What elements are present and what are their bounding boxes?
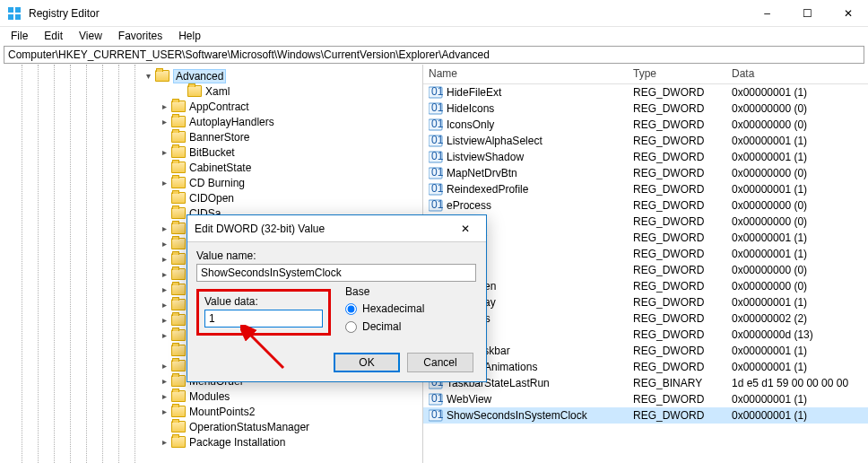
table-row[interactable]: 011MapNetDrvBtnREG_DWORD0x00000000 (0) <box>423 165 868 181</box>
window-title: Registry Editor <box>29 7 747 20</box>
menu-edit[interactable]: Edit <box>37 28 70 44</box>
table-row[interactable]: 011WebViewREG_DWORD0x00000001 (1) <box>423 391 868 407</box>
tree-item[interactable]: BannerStore <box>0 129 422 144</box>
value-data: 0x00000001 (1) <box>726 183 868 196</box>
table-row[interactable]: 011TaskbarAnimationsREG_DWORD0x00000001 … <box>423 359 868 375</box>
tree-item-label: Package Installation <box>189 436 285 449</box>
table-row[interactable]: 011psOnTaskbarREG_DWORD0x00000001 (1) <box>423 343 868 359</box>
folder-icon <box>171 390 186 402</box>
expander-icon[interactable]: ▸ <box>159 330 169 341</box>
table-row[interactable]: 011ListviewShadowREG_DWORD0x00000001 (1) <box>423 149 868 165</box>
menu-file[interactable]: File <box>4 28 35 44</box>
tree-item[interactable]: ▸AutoplayHandlers <box>0 114 422 129</box>
tree-item-label: AppContract <box>189 100 249 113</box>
tree-item[interactable]: ▸MountPoints2 <box>0 404 422 419</box>
base-dec-radio[interactable]: Decimal <box>345 318 424 336</box>
table-row[interactable]: 011atusBarREG_DWORD0x00000000 (0) <box>423 262 868 278</box>
menu-view[interactable]: View <box>72 28 109 44</box>
expander-icon[interactable]: ▸ <box>159 361 169 371</box>
expander-icon[interactable]: ▸ <box>159 178 169 188</box>
expander-icon[interactable]: ▸ <box>159 269 169 280</box>
list-pane[interactable]: Name Type Data 011HideFileExtREG_DWORD0x… <box>423 65 868 463</box>
col-type[interactable]: Type <box>628 65 726 83</box>
table-row[interactable]: 011TaskbarStateLastRunREG_BINARY1d e5 d1… <box>423 375 868 391</box>
minimize-button[interactable]: – <box>747 0 787 27</box>
expander-icon[interactable]: ▸ <box>159 315 169 326</box>
expander-icon[interactable]: ▸ <box>159 254 169 265</box>
expander-icon[interactable]: ▸ <box>159 391 169 402</box>
table-row[interactable]: 011nuInitREG_DWORD0x0000000d (13) <box>423 327 868 343</box>
tree-item-advanced[interactable]: Advanced <box>173 69 226 83</box>
value-data: 0x00000000 (0) <box>726 118 868 131</box>
table-row[interactable]: 011IconsOnlyREG_DWORD0x00000000 (0) <box>423 117 868 133</box>
folder-icon <box>171 299 186 310</box>
menu-help[interactable]: Help <box>171 28 208 44</box>
svg-text:011: 011 <box>431 199 443 211</box>
table-row[interactable]: 011oTipREG_DWORD0x00000001 (1) <box>423 246 868 262</box>
expander-icon[interactable]: ▸ <box>159 223 169 234</box>
regvalue-icon: 011 <box>429 102 443 115</box>
tree-item-label: OperationStatusManager <box>189 421 309 433</box>
tree-item[interactable]: OperationStatusManager <box>0 419 422 434</box>
maximize-button[interactable]: ☐ <box>787 0 828 27</box>
folder-icon <box>171 116 186 127</box>
table-row[interactable]: 011eProcessREG_DWORD0x00000000 (0) <box>423 197 868 214</box>
expander-icon[interactable]: ▸ <box>159 300 169 310</box>
address-bar[interactable]: Computer\HKEY_CURRENT_USER\Software\Micr… <box>4 46 864 64</box>
col-data[interactable]: Data <box>726 65 868 83</box>
expander-icon[interactable]: ▸ <box>159 437 169 448</box>
value-type: REG_DWORD <box>628 328 726 341</box>
expander-icon[interactable]: ▸ <box>159 376 169 387</box>
tree-item-label: Xaml <box>205 85 230 98</box>
dialog-titlebar[interactable]: Edit DWORD (32-bit) Value ✕ <box>187 215 486 242</box>
cancel-button[interactable]: Cancel <box>407 353 473 372</box>
tree-item[interactable]: CIDOpen <box>0 190 422 205</box>
table-row[interactable]: 011perHiddenREG_DWORD0x00000000 (0) <box>423 278 868 294</box>
table-row[interactable]: 011peOverlayREG_DWORD0x00000001 (1) <box>423 294 868 310</box>
table-row[interactable]: 011dminUIREG_DWORD0x00000000 (0) <box>423 214 868 230</box>
expander-icon[interactable]: ▸ <box>159 239 169 249</box>
tree-item-label: CD Burning <box>189 177 245 189</box>
table-row[interactable]: 011mpColorREG_DWORD0x00000001 (1) <box>423 230 868 246</box>
tree-item[interactable]: ▸AppContract <box>0 99 422 114</box>
tree-item[interactable]: ▸BitBucket <box>0 144 422 160</box>
table-row[interactable]: 011ListviewAlphaSelectREG_DWORD0x0000000… <box>423 133 868 149</box>
expander-icon[interactable]: ▸ <box>159 406 169 417</box>
value-data: 0x00000001 (1) <box>726 248 868 260</box>
base-hex-radio[interactable]: Hexadecimal <box>345 300 424 318</box>
regvalue-icon: 011 <box>429 393 443 406</box>
folder-icon <box>171 375 186 387</box>
value-data: 0x00000001 (1) <box>726 86 868 99</box>
tree-item[interactable]: ▸CD Burning <box>0 175 422 190</box>
expander-icon[interactable]: ▸ <box>159 117 169 127</box>
expander-icon[interactable]: ▸ <box>159 284 169 295</box>
expander-icon[interactable]: ▸ <box>159 147 169 158</box>
dialog-close-button[interactable]: ✕ <box>461 220 479 238</box>
titlebar: Registry Editor – ☐ ✕ <box>0 0 868 27</box>
table-row[interactable]: 011archFilesREG_DWORD0x00000002 (2) <box>423 310 868 327</box>
menu-favorites[interactable]: Favorites <box>111 28 169 44</box>
value-data-field[interactable] <box>204 310 323 328</box>
table-row[interactable]: 011HideIconsREG_DWORD0x00000000 (0) <box>423 100 868 117</box>
col-name[interactable]: Name <box>423 65 628 83</box>
value-name: MapNetDrvBtn <box>447 167 517 179</box>
tree-item[interactable]: ▸Modules <box>0 389 422 404</box>
value-name-field[interactable] <box>196 264 476 282</box>
tree-item[interactable]: CabinetState <box>0 160 422 175</box>
folder-icon <box>171 131 186 143</box>
value-name: HideIcons <box>447 102 494 115</box>
table-row[interactable]: 011HideFileExtREG_DWORD0x00000001 (1) <box>423 84 868 100</box>
table-row[interactable]: 011ShowSecondsInSystemClockREG_DWORD0x00… <box>423 407 868 424</box>
expander-icon[interactable]: ▸ <box>159 101 169 112</box>
dialog-title: Edit DWORD (32-bit) Value <box>195 223 461 235</box>
value-type: REG_DWORD <box>628 393 726 406</box>
close-button[interactable]: ✕ <box>828 0 868 27</box>
tree-item-label: AutoplayHandlers <box>189 116 274 128</box>
expander-icon[interactable]: ▾ <box>143 71 153 82</box>
tree-item[interactable]: Xaml <box>0 83 422 99</box>
value-data: 0x00000002 (2) <box>726 312 868 325</box>
ok-button[interactable]: OK <box>334 353 400 372</box>
table-row[interactable]: 011ReindexedProfileREG_DWORD0x00000001 (… <box>423 181 868 197</box>
svg-rect-2 <box>8 14 13 20</box>
tree-item[interactable]: ▸Package Installation <box>0 434 422 450</box>
